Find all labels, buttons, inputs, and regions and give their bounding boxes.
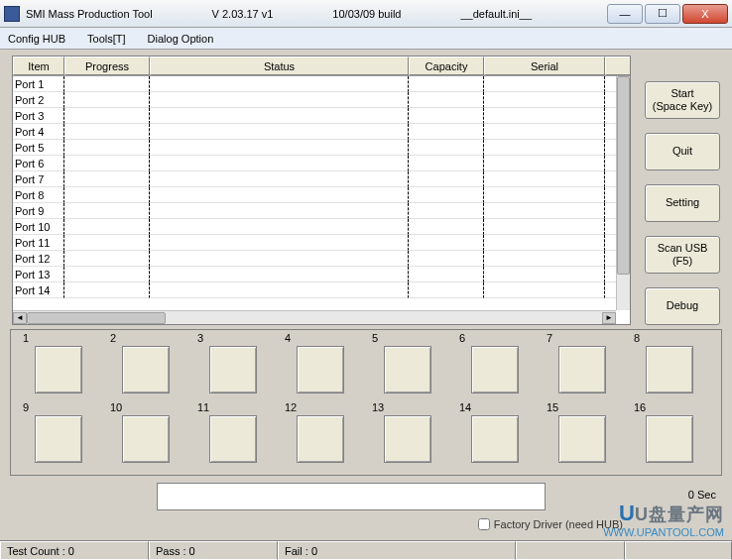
cell-last (605, 219, 616, 235)
cell-cap (409, 282, 484, 298)
slot-button[interactable] (209, 415, 257, 463)
scan-usb-button[interactable]: Scan USB (F5) (645, 236, 720, 274)
table-row[interactable]: Port 12 (13, 251, 616, 267)
slot-button[interactable] (122, 346, 170, 393)
slot-11: 11 (191, 403, 279, 467)
debug-button[interactable]: Debug (645, 287, 720, 325)
close-button[interactable]: X (682, 4, 728, 24)
slot-number: 9 (23, 401, 29, 413)
slot-button[interactable] (471, 415, 519, 463)
table-row[interactable]: Port 10 (13, 219, 616, 235)
table-row[interactable]: Port 8 (13, 187, 616, 203)
slot-9: 9 (17, 403, 104, 467)
menu-tools[interactable]: Tools[T] (83, 31, 130, 47)
app-config: __default.ini__ (460, 8, 532, 20)
table-body: Port 1Port 2Port 3Port 4Port 5Port 6Port… (13, 76, 616, 310)
slot-number: 7 (547, 332, 552, 344)
table-header: Item Progress Status Capacity Serial (13, 56, 630, 76)
cell-last (605, 171, 616, 187)
cell-item: Port 14 (13, 282, 64, 298)
col-item[interactable]: Item (13, 56, 64, 75)
cell-ser (484, 76, 605, 92)
menu-config-hub[interactable]: Config HUB (4, 31, 69, 47)
slot-4: 4 (279, 334, 366, 397)
table-row[interactable]: Port 6 (13, 156, 616, 171)
table-row[interactable]: Port 11 (13, 235, 616, 251)
slot-button[interactable] (35, 346, 82, 393)
cell-stat (150, 251, 409, 267)
cell-last (605, 140, 616, 156)
col-serial[interactable]: Serial (484, 56, 605, 75)
cell-stat (150, 76, 409, 92)
cell-ser (484, 282, 605, 298)
slot-button[interactable] (558, 415, 606, 463)
cell-stat (150, 187, 409, 203)
cell-item: Port 3 (13, 108, 64, 124)
slot-button[interactable] (471, 346, 519, 393)
cell-prog (64, 92, 150, 108)
horizontal-scrollbar[interactable]: ◄ ► (13, 310, 616, 324)
slot-button[interactable] (558, 346, 606, 393)
cell-last (605, 235, 616, 251)
cell-item: Port 6 (13, 156, 64, 171)
cell-ser (484, 108, 605, 124)
table-row[interactable]: Port 1 (13, 76, 616, 92)
table-row[interactable]: Port 14 (13, 282, 616, 298)
slot-button[interactable] (646, 346, 693, 393)
slot-number: 5 (372, 332, 378, 344)
table-row[interactable]: Port 4 (13, 124, 616, 140)
minimize-button[interactable]: — (607, 4, 643, 24)
cell-prog (64, 140, 150, 156)
table-row[interactable]: Port 9 (13, 203, 616, 219)
cell-stat (150, 92, 409, 108)
cell-stat (150, 171, 409, 187)
cell-last (605, 251, 616, 267)
col-capacity[interactable]: Capacity (409, 56, 484, 75)
scroll-thumb[interactable] (617, 76, 630, 275)
cell-prog (64, 219, 150, 235)
port-table: Item Progress Status Capacity Serial Por… (12, 56, 631, 325)
menu-dialog-option[interactable]: Dialog Option (144, 31, 218, 47)
cell-ser (484, 171, 605, 187)
table-row[interactable]: Port 2 (13, 92, 616, 108)
scroll-left-icon[interactable]: ◄ (13, 312, 27, 324)
scroll-right-icon[interactable]: ► (602, 312, 616, 324)
side-buttons: Start (Space Key) Quit Setting Scan USB … (645, 81, 720, 325)
cell-cap (409, 140, 484, 156)
cell-ser (484, 235, 605, 251)
table-row[interactable]: Port 13 (13, 267, 616, 282)
factory-driver-row: Factory Driver (need HUB) (478, 518, 623, 530)
quit-button[interactable]: Quit (645, 133, 720, 170)
table-row[interactable]: Port 3 (13, 108, 616, 124)
slot-button[interactable] (122, 415, 170, 463)
seconds-label: 0 Sec (688, 489, 716, 501)
maximize-button[interactable]: ☐ (645, 4, 680, 24)
table-row[interactable]: Port 5 (13, 140, 616, 156)
slot-number: 15 (547, 401, 558, 413)
vertical-scrollbar[interactable] (616, 76, 630, 310)
start-button[interactable]: Start (Space Key) (645, 81, 720, 119)
table-row[interactable]: Port 7 (13, 171, 616, 187)
cell-prog (64, 251, 150, 267)
slot-button[interactable] (209, 346, 257, 393)
slot-button[interactable] (297, 415, 344, 463)
cell-prog (64, 108, 150, 124)
slot-button[interactable] (646, 415, 693, 463)
cell-ser (484, 92, 605, 108)
col-status[interactable]: Status (150, 56, 409, 75)
cell-stat (150, 235, 409, 251)
app-title: SMI Mass Production Tool (26, 8, 153, 20)
cell-prog (64, 203, 150, 219)
scroll-thumb[interactable] (27, 312, 166, 324)
slot-button[interactable] (384, 415, 431, 463)
setting-button[interactable]: Setting (645, 184, 720, 222)
col-progress[interactable]: Progress (64, 56, 150, 75)
cell-stat (150, 267, 409, 282)
slot-button[interactable] (35, 415, 82, 463)
cell-cap (409, 187, 484, 203)
factory-driver-checkbox[interactable] (478, 518, 490, 530)
slot-button[interactable] (384, 346, 431, 393)
start-label-2: (Space Key) (653, 100, 713, 113)
slot-button[interactable] (297, 346, 344, 393)
cell-item: Port 2 (13, 92, 64, 108)
